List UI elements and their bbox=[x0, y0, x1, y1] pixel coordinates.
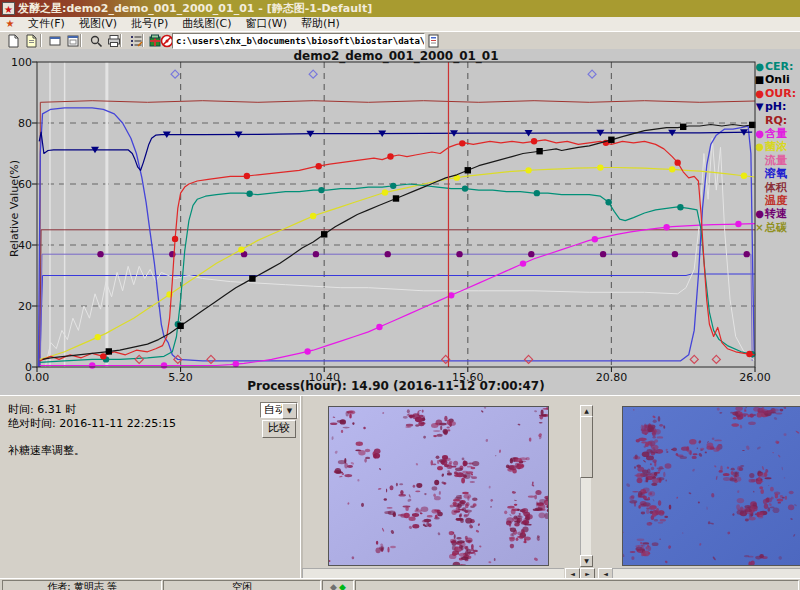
menu-item-视图V[interactable]: 视图(V) bbox=[72, 17, 124, 31]
toolbar: c:\users\zhx_b\documents\biosoft\biostar… bbox=[0, 31, 800, 51]
legend-label: CER: bbox=[765, 60, 793, 73]
event-diamond-markers bbox=[171, 70, 596, 78]
legend-label: Onli bbox=[765, 73, 790, 86]
window-title: 发酵之星:demo2_demo_001_2000_01_01 - [静态图-1-… bbox=[18, 2, 372, 15]
legend-label: 温度 bbox=[765, 194, 787, 207]
app-icon[interactable]: ★ bbox=[2, 2, 15, 15]
legend-label: 流量 bbox=[765, 154, 787, 167]
series-含量 bbox=[40, 221, 755, 369]
y-tick-label: 40 bbox=[2, 239, 32, 252]
series-RQ bbox=[45, 138, 755, 367]
sample-time: 时间: 6.31 时 bbox=[8, 403, 176, 417]
legend-dot-marker-icon: ● bbox=[754, 127, 765, 140]
y-tick-label: 60 bbox=[2, 178, 32, 191]
legend-dot-marker-icon: ● bbox=[754, 87, 765, 100]
zoom-button[interactable] bbox=[86, 33, 106, 50]
legend-item-转速[interactable]: ●转速 bbox=[754, 207, 800, 220]
legend-label: 体积 bbox=[765, 181, 787, 194]
legend-label: pH: bbox=[765, 100, 786, 113]
chevron-down-icon[interactable]: ▼ bbox=[282, 403, 297, 419]
menu-item-窗口W[interactable]: 窗口(W) bbox=[239, 17, 294, 31]
legend-label: 转速 bbox=[765, 207, 787, 220]
micrograph-right bbox=[622, 406, 800, 566]
plot-area[interactable] bbox=[37, 62, 755, 367]
status-author: 作者: 黄明志 等 bbox=[2, 580, 162, 590]
panel-splitter[interactable] bbox=[300, 396, 303, 579]
legend-item-溶氧[interactable]: 溶氧 bbox=[754, 167, 800, 180]
legend-item-体积[interactable]: 体积 bbox=[754, 181, 800, 194]
menu-bar: ★文件(F)视图(V)批号(P)曲线图(C)窗口(W)帮助(H) bbox=[0, 17, 800, 32]
legend-item-总碳[interactable]: ×总碳 bbox=[754, 221, 800, 234]
legend-item-流量[interactable]: 流量 bbox=[754, 154, 800, 167]
application-window: ★发酵之星:demo2_demo_001_2000_01_01 - [静态图-1… bbox=[0, 0, 800, 590]
curve-list-button[interactable] bbox=[126, 33, 146, 50]
legend-item-CER[interactable]: ●CER: bbox=[754, 60, 800, 73]
vertical-scrollbar[interactable]: ▲ ▼ bbox=[580, 405, 593, 567]
legend-dot-marker-icon: ● bbox=[754, 140, 765, 153]
chart-panel: demo2_demo_001_2000_01_01 Relative Value… bbox=[0, 49, 800, 395]
status-diamond-icon: ◆ bbox=[329, 582, 338, 590]
window-tile-button[interactable] bbox=[63, 33, 83, 50]
sample-info: 时间: 6.31 时 绝对时间: 2016-11-11 22:25:15 bbox=[8, 403, 176, 431]
status-state: 空闲 bbox=[163, 580, 321, 590]
series-菌浓 bbox=[40, 164, 755, 359]
scrollbar-thumb[interactable] bbox=[580, 416, 593, 478]
open-document-button[interactable] bbox=[21, 33, 41, 50]
legend-tri-marker-icon: ▼ bbox=[754, 100, 765, 113]
title-bar: ★发酵之星:demo2_demo_001_2000_01_01 - [静态图-1… bbox=[0, 0, 800, 17]
menu-item-曲线图C[interactable]: 曲线图(C) bbox=[175, 17, 238, 31]
chart-legend: ●CER:■Onli●OUR:▼pH:RQ:●含量●菌浓流量溶氧体积温度●转速×… bbox=[754, 60, 800, 260]
compare-button[interactable]: 比较 bbox=[262, 420, 296, 438]
legend-item-OUR[interactable]: ●OUR: bbox=[754, 87, 800, 100]
y-tick-label: 80 bbox=[2, 117, 32, 130]
series-温度 bbox=[40, 101, 755, 367]
legend-item-菌浓[interactable]: ●菌浓 bbox=[754, 140, 800, 153]
legend-dot-marker-icon: ● bbox=[754, 60, 765, 73]
legend-item-含量[interactable]: ●含量 bbox=[754, 127, 800, 140]
menu-item-批号P[interactable]: 批号(P) bbox=[124, 17, 175, 31]
series-溶氧 bbox=[38, 108, 754, 367]
window-restore-button[interactable] bbox=[45, 33, 65, 50]
legend-item-pH[interactable]: ▼pH: bbox=[754, 100, 800, 113]
legend-label: OUR: bbox=[765, 87, 796, 100]
new-document-button[interactable] bbox=[3, 33, 23, 50]
y-tick-label: 20 bbox=[2, 300, 32, 313]
scroll-down-icon[interactable]: ▼ bbox=[580, 555, 593, 567]
legend-label: 总碳 bbox=[765, 221, 787, 234]
axes bbox=[32, 62, 755, 372]
status-extra bbox=[355, 580, 799, 590]
legend-square-marker-icon: ■ bbox=[754, 73, 765, 86]
chart-title: demo2_demo_001_2000_01_01 bbox=[37, 49, 755, 63]
child-window-icon[interactable]: ★ bbox=[3, 18, 17, 30]
legend-dot-marker-icon: ● bbox=[754, 207, 765, 220]
legend-label: 含量 bbox=[765, 127, 787, 140]
menu-item-帮助H[interactable]: 帮助(H) bbox=[294, 17, 347, 31]
gridlines bbox=[37, 62, 755, 367]
series-Online bbox=[43, 122, 756, 360]
x-axis-label: Process(hour): 14.90 (2016-11-12 07:00:4… bbox=[37, 379, 755, 393]
status-indicators: ◆◆ bbox=[322, 580, 354, 590]
mode-dropdown[interactable]: 自动 ▼ bbox=[260, 402, 298, 418]
series-总碳 bbox=[135, 355, 720, 363]
bottom-panel: 时间: 6.31 时 绝对时间: 2016-11-11 22:25:15 补糖速… bbox=[0, 395, 800, 579]
series-体积 bbox=[40, 230, 755, 367]
legend-item-温度[interactable]: 温度 bbox=[754, 194, 800, 207]
micrograph-left bbox=[328, 406, 549, 566]
series-流量 bbox=[40, 274, 755, 367]
series-OUR bbox=[40, 138, 755, 361]
file-path-field[interactable]: c:\users\zhx_b\documents\biosoft\biostar… bbox=[172, 33, 425, 49]
legend-label: 溶氧 bbox=[765, 167, 787, 180]
menu-item-文件F[interactable]: 文件(F) bbox=[21, 17, 72, 31]
y-axis-label: Relative Value(%) bbox=[8, 99, 21, 319]
browse-file-icon[interactable] bbox=[424, 33, 444, 50]
sample-abs-time: 绝对时间: 2016-11-11 22:25:15 bbox=[8, 417, 176, 431]
legend-x-marker-icon: × bbox=[754, 221, 765, 234]
sample-note: 补糖速率调整。 bbox=[8, 443, 85, 458]
legend-label: RQ: bbox=[765, 114, 787, 127]
legend-item-RQ[interactable]: RQ: bbox=[754, 114, 800, 127]
status-diamond-icon: ◆ bbox=[338, 582, 347, 590]
legend-item-Onli[interactable]: ■Onli bbox=[754, 73, 800, 86]
print-button[interactable] bbox=[104, 33, 124, 50]
status-bar: 作者: 黄明志 等 空闲 ◆◆ bbox=[0, 578, 800, 590]
y-tick-label: 100 bbox=[2, 56, 32, 69]
